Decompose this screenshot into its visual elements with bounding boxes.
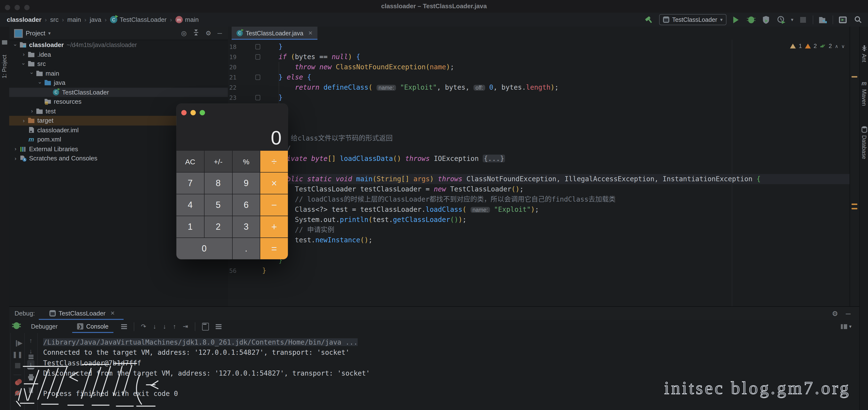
breadcrumb-item[interactable]: java [90,16,101,23]
project-structure-icon[interactable] [817,14,828,25]
restore-layout-icon[interactable] [841,324,847,329]
calc-button-9[interactable]: 9 [232,172,260,194]
debug-button[interactable] [746,14,756,25]
breadcrumb-item[interactable]: TestClassLoader [120,16,167,23]
calc-button-2[interactable]: 2 [205,216,232,238]
build-icon[interactable] [644,14,655,25]
resume-icon[interactable]: ❙▶ [14,340,21,346]
prev-problem-icon[interactable]: ∧ [835,43,838,49]
fold-marker-icon[interactable] [255,44,260,50]
show-execution-point-icon[interactable]: ↷ [141,323,146,330]
soft-wrap-icon[interactable] [28,355,33,355]
chevron-expanded-icon[interactable]: › [29,70,35,77]
close-session-icon[interactable]: ✕ [111,310,115,316]
profiler-button[interactable] [776,14,786,25]
editor-tab-testclassloader[interactable]: C TestClassLoader.java ✕ [232,27,317,40]
down-stack-trace-icon[interactable]: ↓ [29,348,32,354]
project-panel-title[interactable]: Project [26,30,45,37]
code-line[interactable]: 19 if (bytes == null) { [228,52,849,62]
code-line[interactable]: 22 return defineClass( name: "Exploit", … [228,83,849,93]
calc-button-0[interactable]: 0 [177,238,232,259]
calc-button-+[interactable]: + [260,216,288,238]
profiler-dropdown-icon[interactable]: ▾ [791,17,794,22]
calc-button-.[interactable]: . [232,238,260,259]
terminal-run-icon[interactable] [837,14,848,25]
code-line[interactable]: * 给class文件以字节码的形式返回 [228,133,849,144]
gear-icon[interactable]: ⚙ [206,30,211,37]
zoom-icon[interactable] [200,110,205,115]
run-to-cursor-icon[interactable]: ⇥ [183,323,188,330]
tree-item--idea[interactable]: ›.idea [9,50,228,59]
chevron-down-icon[interactable]: ▾ [48,31,51,36]
chevron-expanded-icon[interactable]: › [12,42,19,49]
tool-stripe-database[interactable]: Database [860,126,868,159]
breadcrumb[interactable]: classloader›src›main›java›CTestClassLoad… [7,12,199,27]
line-number[interactable]: 22 [229,83,249,93]
code-line[interactable]: public static void main(String[] args) t… [228,174,849,184]
code-line[interactable]: private byte[] loadClassData() throws IO… [228,154,849,164]
inspections-widget[interactable]: 1 2 ✔✔ 2 ∧ ∨ [790,43,845,50]
settings-layout-icon[interactable] [216,324,221,325]
code-line[interactable]: test.newInstance(); [228,235,849,245]
code-line[interactable]: 18 } [228,42,849,52]
code-line[interactable] [228,103,849,113]
hide-panel-icon[interactable]: ─ [218,30,222,37]
breadcrumb-item[interactable]: main [185,16,199,23]
calc-button-8[interactable]: 8 [205,172,232,194]
view-options-icon[interactable] [121,324,127,325]
line-number[interactable]: 18 [229,42,249,52]
breadcrumb-item[interactable]: main [67,16,81,23]
line-number[interactable]: 19 [229,52,249,62]
chevron-collapsed-icon[interactable]: › [20,118,27,124]
calc-button-4[interactable]: 4 [177,194,204,216]
calculator-titlebar[interactable]: 0 [177,104,288,151]
chevron-collapsed-icon[interactable]: › [20,52,27,57]
chevron-expanded-icon[interactable]: › [21,61,27,67]
tree-item-testclassloader[interactable]: CTestClassLoader [9,88,228,97]
close-tab-icon[interactable]: ✕ [308,30,313,36]
calculator-window[interactable]: 0 AC+/-%÷789×456−123+0.= [177,104,288,259]
run-configuration-select[interactable]: TestClassLoader ▾ [659,14,726,25]
code-line[interactable] [228,113,849,123]
stop-button[interactable] [798,14,808,25]
chevron-collapsed-icon[interactable]: › [12,146,19,152]
code-line[interactable]: 20 throw new ClassNotFoundException(name… [228,62,849,72]
calc-button-−[interactable]: − [260,194,288,216]
next-problem-icon[interactable]: ∨ [841,43,845,49]
coverage-button[interactable] [761,14,772,25]
tree-item-classloader[interactable]: ›classloader ~/d4m1ts/java/classloader [9,40,228,50]
line-number[interactable]: 23 [229,93,249,103]
project-tool-icon[interactable] [2,40,7,44]
code-line[interactable]: TestClassLoader testClassLoader = new Te… [228,184,849,194]
debug-session-tab[interactable]: TestClassLoader ✕ [45,307,119,320]
up-stack-trace-icon[interactable]: ↑ [29,337,32,344]
code-line[interactable]: 21 } else { [228,72,849,83]
calc-button-%[interactable]: % [232,151,260,172]
evaluate-expression-icon[interactable] [202,322,209,330]
code-line[interactable] [228,164,849,174]
breadcrumb-item[interactable]: src [50,16,59,23]
locate-file-icon[interactable]: ◎ [181,30,187,37]
calc-button-1[interactable]: 1 [177,216,204,238]
code-line[interactable] [228,245,849,255]
calc-button-÷[interactable]: ÷ [260,151,288,172]
calc-button-6[interactable]: 6 [232,194,260,216]
search-icon[interactable] [852,14,863,25]
tool-stripe-project-label[interactable]: 1: Project [1,55,7,78]
calc-button-+/-[interactable]: +/- [205,151,232,172]
code-line[interactable]: 56} [228,265,849,276]
fold-marker-icon[interactable] [255,54,260,60]
fold-marker-icon[interactable] [255,75,260,80]
step-into-icon[interactable]: ↓ [163,323,166,330]
hide-panel-icon[interactable]: ─ [846,310,850,317]
stripe-mark-warning[interactable] [851,203,857,205]
code-line[interactable]: System.out.println(test.getClassLoader()… [228,215,849,225]
calculator-window-controls[interactable] [181,108,209,117]
code-line[interactable]: Class<?> test = testClassLoader.loadClas… [228,204,849,215]
step-over-icon[interactable]: ↓ [153,323,156,330]
code-line[interactable]: 23 } [228,93,849,103]
calc-button-AC[interactable]: AC [177,151,204,172]
minimize-icon[interactable] [190,110,196,115]
stripe-mark-warning[interactable] [851,76,857,77]
fold-marker-icon[interactable] [255,95,260,100]
